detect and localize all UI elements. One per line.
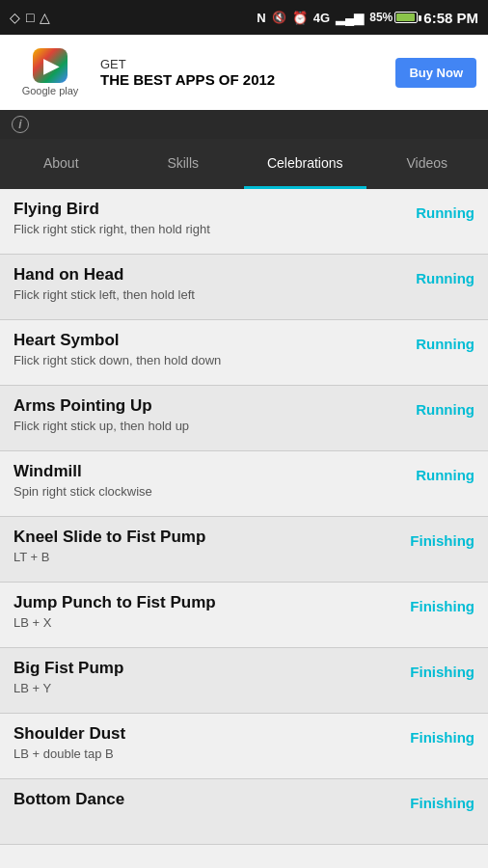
list-item[interactable]: Flying Bird Flick right stick right, the…	[0, 189, 488, 255]
ad-bold-label: THE BEST APPS OF 2012	[100, 71, 384, 89]
list-item-content: Jump Punch to Fist Pump LB + X	[14, 592, 410, 632]
ad-text: GET THE BEST APPS OF 2012	[100, 57, 384, 89]
item-desc: LT + B	[14, 550, 398, 566]
clock: 6:58 PM	[423, 10, 478, 26]
nfc-icon: N	[257, 11, 265, 25]
item-title: Shoulder Dust	[14, 723, 398, 745]
item-status: Finishing	[410, 658, 474, 680]
list-item[interactable]: Kneel Slide to Fist Pump LT + B Finishin…	[0, 517, 488, 583]
ad-banner: ▶ Google play GET THE BEST APPS OF 2012 …	[0, 35, 488, 110]
tab-celebrations[interactable]: Celebrations	[244, 139, 366, 189]
list-item-content: Kneel Slide to Fist Pump LT + B	[14, 527, 410, 566]
list-item[interactable]: Heart Symbol Flick right stick down, the…	[0, 320, 488, 386]
network-type: 4G	[313, 11, 330, 25]
status-left-icons: ◇ □ △	[10, 10, 50, 25]
item-title: Hand on Head	[14, 264, 404, 285]
tab-bar: About Skills Celebrations Videos	[0, 139, 488, 189]
list-item[interactable]: Windmill Spin right stick clockwise Runn…	[0, 451, 488, 517]
item-status: Running	[416, 264, 474, 286]
item-desc: LB + Y	[14, 681, 398, 697]
celebration-list: Flying Bird Flick right stick right, the…	[0, 189, 488, 868]
item-desc: LB + double tap B	[14, 746, 398, 763]
tab-skills[interactable]: Skills	[122, 139, 245, 189]
list-item-content: Shoulder Dust LB + double tap B	[14, 723, 410, 763]
item-desc: Flick right stick up, then hold up	[14, 419, 404, 435]
list-item-content: Big Fist Pump LB + Y	[14, 658, 410, 697]
list-item[interactable]: Bottom Dance Finishing	[0, 779, 488, 845]
item-status: Running	[416, 330, 474, 352]
buy-now-button[interactable]: Buy Now	[395, 58, 476, 88]
item-desc: Spin right stick clockwise	[14, 484, 404, 501]
item-desc: Flick right stick right, then hold right	[14, 222, 404, 238]
item-status: Finishing	[410, 592, 474, 614]
info-strip: i	[0, 110, 488, 139]
battery-indicator: 85%	[369, 11, 418, 24]
item-status: Finishing	[410, 723, 474, 746]
item-title: Jump Punch to Fist Pump	[14, 592, 398, 613]
signal-mute-icon: 🔇	[272, 11, 286, 24]
image-icon: □	[26, 10, 34, 25]
item-title: Arms Pointing Up	[14, 395, 404, 417]
item-status: Running	[416, 395, 474, 418]
tab-videos[interactable]: Videos	[366, 139, 489, 189]
list-item-content: Hand on Head Flick right stick left, the…	[14, 264, 416, 304]
list-item[interactable]: Shoulder Dust LB + double tap B Finishin…	[0, 714, 488, 779]
list-item-content: Bottom Dance	[14, 789, 410, 810]
status-bar: ◇ □ △ N 🔇 ⏰ 4G ▂▄▆ 85% 6:58 PM	[0, 0, 488, 35]
battery-box	[394, 12, 418, 23]
item-desc: LB + X	[14, 615, 398, 632]
battery-fill	[396, 14, 415, 21]
list-item-content: Arms Pointing Up Flick right stick up, t…	[14, 395, 416, 435]
item-desc: Flick right stick left, then hold left	[14, 287, 404, 304]
item-status: Running	[416, 461, 474, 483]
google-play-logo: ▶ Google play	[12, 48, 89, 96]
item-title: Kneel Slide to Fist Pump	[14, 527, 398, 548]
item-desc: Flick right stick down, then hold down	[14, 353, 404, 369]
item-status: Finishing	[410, 527, 474, 549]
shield-icon: △	[40, 10, 50, 25]
item-title: Heart Symbol	[14, 330, 404, 351]
item-status: Running	[416, 199, 474, 221]
dropbox-icon: ◇	[10, 10, 20, 25]
status-right-info: N 🔇 ⏰ 4G ▂▄▆ 85% 6:58 PM	[257, 10, 478, 26]
list-item-content: Windmill Spin right stick clockwise	[14, 461, 416, 501]
list-item[interactable]: Big Fist Pump LB + Y Finishing	[0, 648, 488, 714]
ad-get-label: GET	[100, 57, 384, 71]
google-play-label: Google play	[22, 85, 79, 96]
battery-percent: 85%	[369, 11, 393, 24]
signal-bars: ▂▄▆	[336, 11, 364, 25]
alarm-icon: ⏰	[292, 11, 308, 25]
list-item[interactable]: Jump Punch to Fist Pump LB + X Finishing	[0, 583, 488, 648]
item-status: Finishing	[410, 789, 474, 811]
item-title: Windmill	[14, 461, 404, 482]
list-item-content: Heart Symbol Flick right stick down, the…	[14, 330, 416, 369]
list-item[interactable]: Hand on Head Flick right stick left, the…	[0, 255, 488, 320]
item-title: Flying Bird	[14, 199, 404, 220]
list-item-content: Flying Bird Flick right stick right, the…	[14, 199, 416, 238]
info-icon: i	[12, 116, 29, 133]
tab-about[interactable]: About	[0, 139, 122, 189]
item-title: Bottom Dance	[14, 789, 398, 810]
list-item[interactable]: Arms Pointing Up Flick right stick up, t…	[0, 386, 488, 451]
item-title: Big Fist Pump	[14, 658, 398, 679]
